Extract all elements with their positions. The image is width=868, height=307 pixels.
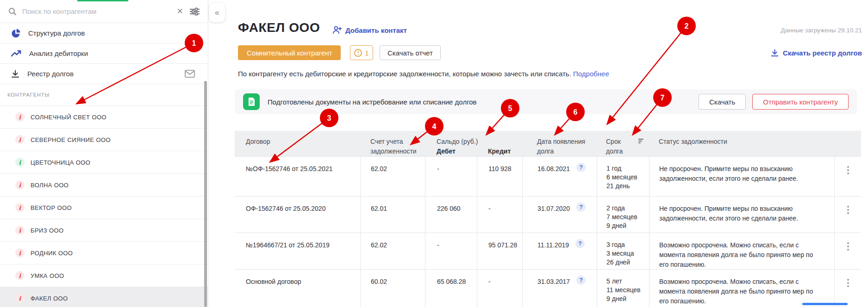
status-value: Возможно просрочена. Можно списать, если… [659,241,813,268]
contract-value: ОФ-1562746 от 25.05.2020 [246,205,325,212]
clear-search-icon[interactable]: ✕ [176,6,184,16]
banner-actions: Скачать Отправить контрагенту [699,94,849,110]
info-status-icon: i [15,135,25,144]
add-contact-link[interactable]: Добавить контакт [332,26,407,34]
help-badge[interactable]: ? [575,239,585,248]
info-status-icon: i [15,180,25,190]
sidebar-item-debt-registry[interactable]: Реестр долгов [0,64,208,84]
banner-download-button[interactable]: Скачать [699,94,746,110]
cell-status: Не просрочен. Примите меры по взысканию … [649,157,834,196]
sidebar-item-receivables-analysis[interactable]: Анализ дебиторки [0,43,208,64]
status-value: Не просрочен. Примите меры по взысканию … [659,165,798,182]
cell-actions [834,270,861,307]
help-badge[interactable]: ? [576,163,586,172]
sidebar-item-contractor[interactable]: i ЦВЕТОЧНИЦА ООО [0,151,208,173]
contract-value: №1964667/21 от 25.05.2019 [246,241,330,249]
table-row: ОФ-1562746 от 25.05.2020 62.01 226 060 -… [235,196,861,233]
help-badge[interactable]: ? [576,203,586,212]
term-line: 3 месяца [606,249,649,258]
status-value: Не просрочен. Примите меры по взысканию … [659,205,798,222]
collapse-sidebar-button[interactable]: « [209,3,225,22]
cell-term: 3 года3 месяца26 дней [597,233,649,269]
header-line: Дата появления [537,137,597,147]
cell-debit: - [425,233,477,269]
sidebar-menu: Структура долгов Анализ дебиторки Реестр… [0,23,208,84]
column-header-status: Статус задолженности [649,131,861,156]
send-to-contractor-button[interactable]: Отправить контрагенту [752,94,849,110]
sidebar-item-contractor[interactable]: i ВЕКТОР ООО [0,196,208,219]
info-status-icon: i [15,226,25,235]
warnings-chip[interactable]: ! 1 [350,45,373,60]
search-icon [8,7,17,16]
document-icon [243,93,260,110]
header-line: задолженности [370,147,425,156]
cell-account: 60.02 [360,270,425,307]
kebab-menu-icon[interactable] [846,165,850,196]
help-badge[interactable]: ? [576,276,586,285]
cell-term: 2 года7 месяцев9 дней [597,196,649,233]
download-report-button[interactable]: Скачать отчет [380,45,441,60]
column-header-date: Дата появления долга [522,131,597,156]
sidebar-scrollbar[interactable] [204,81,207,307]
cell-date: 16.08.2021 ? [522,157,597,196]
filter-icon[interactable] [190,7,200,16]
data-loaded-label: Данные загружены 29.10.21 [781,27,862,34]
cell-term: 1 год6 месяцев21 день [597,157,649,196]
download-registry-link[interactable]: Скачать реестр долгов [771,49,862,57]
sidebar-item-contractor[interactable]: i РОДНИК ООО [0,241,208,264]
envelope-icon[interactable] [185,70,195,79]
warning-count: 1 [365,49,368,57]
contractor-name: ВОЛНА ООО [31,182,69,189]
cell-credit: 110 928 [477,157,522,196]
kebab-menu-icon[interactable] [846,205,850,233]
column-header-term: Срок долга [597,131,649,156]
contractor-name: РОДНИК ООО [31,250,73,257]
kebab-menu-icon[interactable] [846,241,850,269]
sidebar-item-contractor[interactable]: i ВОЛНА ООО [0,173,208,196]
download-icon [771,49,779,57]
term-line: 26 дней [606,258,649,267]
contract-value: №ОФ-1562746 от 25.05.2021 [246,165,332,172]
table-header: Договор Счет учета задолженности Сальдо … [235,131,861,156]
sidebar-item-contractor[interactable]: i СОЛНЕЧНЫЙ СВЕТ ООО [0,105,208,128]
sidebar-item-debt-structure[interactable]: Структура долгов [0,23,208,43]
contractor-name: ВЕКТОР ООО [31,204,72,211]
debit-value: 65 068.28 [437,278,466,285]
sidebar-item-label: Структура долгов [28,29,85,37]
cell-actions [834,196,861,233]
cell-account: 62.01 [360,196,425,233]
sort-icon[interactable] [638,139,643,143]
contractor-name: СОЛНЕЧНЫЙ СВЕТ ООО [31,114,106,121]
table-row: №ОФ-1562746 от 25.05.2021 62.02 - 110 92… [235,156,861,196]
header-line: долга [537,147,597,156]
cell-contract: №ОФ-1562746 от 25.05.2021 [235,157,360,196]
term-line: 9 дней [606,295,649,303]
documents-banner: Подготовлены документы на истребование и… [235,89,857,114]
horizontal-scrollbar-thumb[interactable] [802,303,848,305]
contractor-name: ФАКЕЛ ООО [31,295,68,302]
debit-value: - [437,165,439,172]
sidebar-item-contractor[interactable]: i ФАКЕЛ ООО [0,287,208,307]
warning-icon: ! [354,49,362,57]
debit-value: 226 060 [437,205,461,212]
sidebar-item-contractor[interactable]: i БРИЗ ООО [0,219,208,241]
cell-actions [834,233,861,269]
term-line: 21 день [606,182,649,190]
search-input[interactable] [22,7,170,15]
sidebar: ✕ Структура долгов Анализ деб [0,0,208,307]
contractor-info-line: По контрагенту есть дебиторские и кредит… [238,70,609,78]
contractor-name: ЦВЕТОЧНИЦА ООО [31,159,90,166]
term-line: 9 дней [606,221,649,230]
trend-chart-icon [11,50,21,57]
sidebar-item-contractor[interactable]: i СЕВЕРНОЕ СИЯНИЕ ООО [0,128,208,151]
debts-table: Договор Счет учета задолженности Сальдо … [235,131,861,307]
cell-contract: Основной договор [235,270,360,307]
more-details-link[interactable]: Подробнее [573,70,609,78]
status-value: Возможно просрочена. Можно списать, если… [659,278,813,305]
sidebar-item-contractor[interactable]: i УМКА ООО [0,264,208,287]
credit-value: - [488,278,491,285]
account-value: 62.02 [371,241,387,249]
contractor-list: i СОЛНЕЧНЫЙ СВЕТ ООО i СЕВЕРНОЕ СИЯНИЕ О… [0,105,208,307]
term-line: 2 года [606,204,649,213]
cell-account: 62.02 [360,157,425,196]
